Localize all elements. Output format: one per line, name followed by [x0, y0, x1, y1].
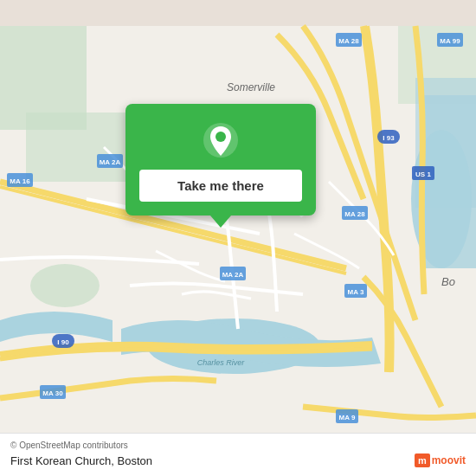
svg-text:I 93: I 93 [383, 134, 395, 142]
take-me-there-button[interactable]: Take me there [139, 170, 302, 202]
svg-text:Somerville: Somerville [227, 81, 275, 93]
svg-rect-2 [26, 113, 130, 182]
svg-text:MA 99: MA 99 [440, 37, 460, 45]
moovit-wordmark: moovit [432, 454, 466, 466]
bottom-bar: © OpenStreetMap contributors First Korea… [0, 433, 476, 476]
svg-text:MA 30: MA 30 [42, 389, 63, 397]
location-name: First Korean Church, Boston [10, 454, 152, 467]
moovit-icon: m [415, 453, 430, 467]
location-popup: Take me there [125, 104, 316, 215]
svg-point-3 [30, 264, 100, 307]
svg-text:Charles River: Charles River [197, 358, 246, 367]
svg-text:Bo: Bo [441, 275, 455, 288]
svg-text:MA 2A: MA 2A [222, 271, 244, 279]
svg-point-37 [215, 132, 226, 142]
svg-text:I 90: I 90 [57, 338, 69, 346]
svg-text:US 1: US 1 [415, 170, 431, 178]
map-background: MA 99 MA 28 I 93 US 1 MA 28 MA 16 MA 2A … [0, 0, 476, 476]
location-pin-icon [202, 121, 240, 159]
svg-text:MA 9: MA 9 [339, 414, 356, 421]
map-attribution: © OpenStreetMap contributors [10, 441, 466, 450]
svg-text:MA 16: MA 16 [10, 177, 30, 185]
map-container: MA 99 MA 28 I 93 US 1 MA 28 MA 16 MA 2A … [0, 0, 476, 476]
svg-text:MA 2A: MA 2A [100, 158, 121, 166]
svg-text:MA 28: MA 28 [344, 210, 365, 218]
svg-text:MA 3: MA 3 [348, 288, 364, 296]
svg-text:MA 28: MA 28 [338, 37, 359, 45]
location-info: First Korean Church, Boston m moovit [10, 453, 466, 467]
moovit-logo: m moovit [415, 453, 466, 467]
